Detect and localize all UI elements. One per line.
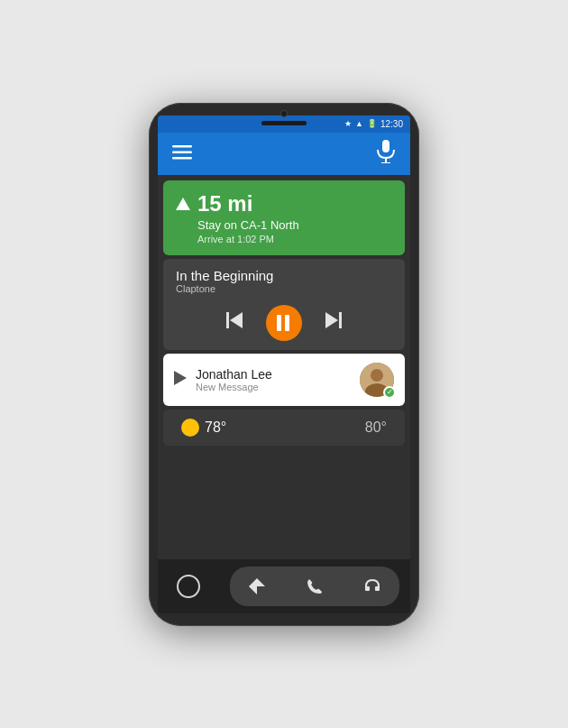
top-bar xyxy=(158,133,410,175)
message-sender: Jonathan Lee xyxy=(196,367,351,382)
status-time: 12:30 xyxy=(380,119,403,129)
message-card[interactable]: Jonathan Lee New Message ✓ xyxy=(163,354,405,406)
svg-rect-6 xyxy=(226,312,229,328)
current-temperature: 78° xyxy=(205,419,226,436)
phone-speaker xyxy=(261,121,307,125)
svg-point-14 xyxy=(371,369,383,382)
svg-marker-16 xyxy=(249,578,265,594)
svg-rect-9 xyxy=(285,315,289,331)
directions-button[interactable] xyxy=(237,570,277,603)
hamburger-menu-icon[interactable] xyxy=(172,145,192,162)
svg-rect-8 xyxy=(277,315,281,331)
svg-marker-11 xyxy=(325,312,338,328)
nav-road: Stay on CA-1 North xyxy=(197,218,392,232)
battery-icon: 🔋 xyxy=(367,119,377,128)
direction-arrow-icon xyxy=(176,198,190,210)
check-icon: ✓ xyxy=(387,388,393,396)
nav-arrive: Arrive at 1:02 PM xyxy=(197,234,392,244)
phone-screen: ★ ▲ 🔋 12:30 xyxy=(158,115,410,613)
music-title: In the Beginning xyxy=(176,268,392,283)
bottom-navigation xyxy=(158,559,410,613)
svg-rect-1 xyxy=(172,151,192,153)
next-track-button[interactable] xyxy=(324,312,342,333)
music-artist: Claptone xyxy=(176,283,392,294)
phone-camera xyxy=(280,110,288,117)
pause-button[interactable] xyxy=(266,305,302,341)
home-button[interactable] xyxy=(169,570,208,603)
phone-device: ★ ▲ 🔋 12:30 xyxy=(149,103,419,626)
signal-icon: ▲ xyxy=(355,119,363,128)
svg-rect-10 xyxy=(339,312,342,328)
svg-rect-2 xyxy=(172,157,192,160)
status-icons: ★ ▲ 🔋 12:30 xyxy=(344,119,403,129)
message-text: Jonathan Lee New Message xyxy=(196,367,351,392)
headset-button[interactable] xyxy=(353,570,392,603)
nav-distance: 15 mi xyxy=(176,191,392,217)
svg-marker-12 xyxy=(174,371,187,385)
svg-rect-0 xyxy=(172,145,192,148)
weather-card[interactable]: 78° 80° xyxy=(163,410,405,446)
high-temperature: 80° xyxy=(365,419,387,436)
svg-rect-3 xyxy=(382,140,389,152)
weather-info: 78° xyxy=(181,419,226,437)
message-play-icon[interactable] xyxy=(174,371,187,389)
avatar-badge: ✓ xyxy=(383,386,396,399)
sun-icon xyxy=(181,419,199,437)
navigation-card[interactable]: 15 mi Stay on CA-1 North Arrive at 1:02 … xyxy=(163,180,405,255)
nav-icon-group xyxy=(230,567,399,606)
message-label: New Message xyxy=(196,382,351,392)
bluetooth-icon: ★ xyxy=(344,119,352,128)
music-card: In the Beginning Claptone xyxy=(163,259,405,350)
svg-marker-7 xyxy=(230,312,243,328)
music-info: In the Beginning Claptone xyxy=(163,259,405,299)
contact-avatar: ✓ xyxy=(360,363,394,397)
microphone-icon[interactable] xyxy=(376,140,396,168)
music-controls xyxy=(163,299,405,350)
home-circle-icon xyxy=(177,575,200,598)
prev-track-button[interactable] xyxy=(226,312,244,333)
phone-button[interactable] xyxy=(295,570,334,603)
